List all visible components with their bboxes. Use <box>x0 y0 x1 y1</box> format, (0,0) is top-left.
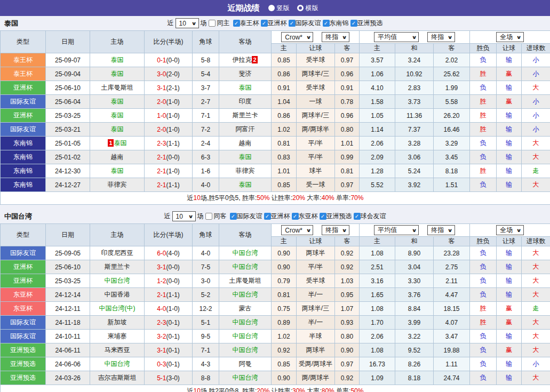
handicap-odds-cell: 0.97 <box>335 53 360 67</box>
layout-radio-horizontal[interactable]: 横版 <box>297 4 318 13</box>
match-date-cell: 25-03-25 <box>46 109 90 123</box>
final-odds-select-2[interactable]: 终指 ∨ <box>427 225 455 235</box>
europe-odds-cell: 3.28 <box>395 137 434 150</box>
league-label: 东亚杯 <box>299 212 318 221</box>
radio-selected-icon[interactable] <box>268 5 275 11</box>
league-filter[interactable]: ✓亚洲杯 <box>264 212 290 221</box>
league-filter[interactable]: ✓亚洲杯 <box>261 19 287 28</box>
average-odds-select[interactable]: 平均值 ∨ <box>374 225 419 235</box>
league-checkbox[interactable]: ✓ <box>323 20 330 27</box>
league-checkbox[interactable]: ✓ <box>292 213 299 220</box>
league-filter[interactable]: ✓东南锦 <box>323 19 349 28</box>
europe-odds-cell: 4.47 <box>434 288 470 302</box>
league-filter[interactable]: ✓国际友谊 <box>230 212 262 221</box>
europe-odds-cell: 25.62 <box>434 67 470 81</box>
away-team-cell: 中国台湾 <box>219 316 272 330</box>
corner-cell: 12-2 <box>193 302 219 316</box>
europe-odds-cell: 4.07 <box>434 316 470 330</box>
league-checkbox[interactable]: ✓ <box>230 213 237 220</box>
handicap-odds-cell: 0.96 <box>335 67 360 81</box>
league-filter[interactable]: ✓亚洲预选 <box>320 212 352 221</box>
europe-odds-cell: 1.05 <box>360 109 395 123</box>
europe-odds-cell: 11.36 <box>395 109 434 123</box>
match-type-cell: 国际友谊 <box>1 330 46 343</box>
handicap-odds-cell: 半球 <box>297 330 335 343</box>
league-checkbox[interactable]: ✓ <box>320 213 326 220</box>
home-team-cell: 1泰国 <box>90 137 145 150</box>
final-odds-select[interactable]: 终指 ∨ <box>322 225 349 235</box>
league-label: 东南锦 <box>330 19 349 28</box>
summary-stat-value: 20% <box>292 194 305 202</box>
corner-cell: 3-7 <box>193 81 219 95</box>
match-type-cell: 亚洲预选 <box>1 343 46 357</box>
team-section: 中国台湾 近 10 ∨ 场 同客 ✓国际友谊✓亚洲杯✓东亚杯✓亚洲预选✓球会友谊… <box>0 209 550 392</box>
bookmaker-select[interactable]: Crow* ∨ <box>281 225 313 235</box>
league-filter[interactable]: ✓国际友谊 <box>289 19 321 28</box>
summary-stat-value: 40% <box>322 194 334 202</box>
match-type-cell: 亚洲杯 <box>1 274 46 288</box>
score-cell: 5-1(3-0) <box>145 371 193 385</box>
league-filter[interactable]: ✓泰王杯 <box>233 19 259 28</box>
match-row: 国际友谊25-06-04泰国2-0(1-0)2-7印度1.04一球0.781.5… <box>1 95 550 109</box>
summary-stat-value: 20% <box>257 387 269 392</box>
score-cell: 2-0(1-0) <box>145 95 193 109</box>
radio-unselected-icon[interactable] <box>297 5 304 11</box>
final-odds-select-2[interactable]: 终指 ∨ <box>427 32 455 42</box>
away-team-cell: 泰国 <box>219 150 272 164</box>
handicap-odds-cell: 0.78 <box>335 95 360 109</box>
europe-odds-cell: 26.20 <box>434 109 470 123</box>
match-row: 东南锦25-01-051泰国2-3(1-1)2-4越南0.81平/半1.012.… <box>1 137 550 150</box>
handicap-odds-cell: 平/半 <box>297 137 335 150</box>
europe-odds-cell: 1.70 <box>360 316 395 330</box>
match-date-cell: 24-12-11 <box>46 302 90 316</box>
handicap-odds-cell: 0.92 <box>335 371 360 385</box>
away-team-cell: 中国台湾 <box>219 260 272 274</box>
handicap-odds-cell: 两球半/三 <box>297 109 335 123</box>
summary-stat-value: 30% <box>292 387 305 392</box>
same-venue-checkbox[interactable] <box>205 213 212 220</box>
match-row: 东南锦24-12-27菲律宾2-1(1-1)4-0泰国0.85受一球0.975.… <box>1 178 550 192</box>
europe-odds-cell: 3.99 <box>395 316 434 330</box>
league-filter[interactable]: ✓东亚杯 <box>292 212 318 221</box>
league-filter[interactable]: ✓亚洲预选 <box>350 19 383 28</box>
scope-select[interactable]: 全场 ∨ <box>496 32 523 42</box>
league-checkbox[interactable]: ✓ <box>233 20 240 27</box>
match-row: 亚洲杯25-06-10斯里兰卡3-1(0-0)7-5中国台湾0.90平/半0.9… <box>1 260 550 274</box>
column-header-corner: 角球 <box>193 224 219 246</box>
team-name: 中国台湾 <box>4 212 32 221</box>
summary-text: 大率: <box>305 387 322 392</box>
column-header-away: 客场 <box>219 224 272 246</box>
match-row: 东南锦25-01-02越南2-1(0-0)6-3泰国0.83平/半0.992.0… <box>1 150 550 164</box>
summary-stat-value: 50% <box>350 387 363 392</box>
result-cell: 输 <box>497 53 522 67</box>
result-cell: 赢 <box>497 302 522 316</box>
home-team-cell: 中国香港 <box>90 288 145 302</box>
bookmaker-select[interactable]: Crow* ∨ <box>281 32 313 42</box>
match-count-select[interactable]: 10 ∨ <box>176 18 199 28</box>
summary-text: 大率: <box>305 194 322 202</box>
games-label: 场 <box>197 212 204 221</box>
league-checkbox[interactable]: ✓ <box>354 213 361 220</box>
scope-select[interactable]: 全场 ∨ <box>496 225 523 235</box>
final-odds-select[interactable]: 终指 ∨ <box>322 32 349 42</box>
average-odds-select[interactable]: 平均值 ∨ <box>374 32 419 42</box>
match-count-select[interactable]: 10 ∨ <box>172 211 196 221</box>
match-date-cell: 24-12-14 <box>46 288 90 302</box>
chevron-down-icon: ∨ <box>412 228 417 233</box>
match-date-cell: 24-10-11 <box>46 330 90 343</box>
league-checkbox[interactable]: ✓ <box>264 213 271 220</box>
match-row: 东亚杯24-12-14中国香港2-1(1-1)5-2中国台湾0.81半/一0.9… <box>1 288 550 302</box>
match-type-cell: 亚洲杯 <box>1 81 46 95</box>
layout-radio-vertical[interactable]: 竖版 <box>268 4 290 13</box>
handicap-odds-cell: 0.81 <box>272 137 297 150</box>
league-checkbox[interactable]: ✓ <box>350 20 357 27</box>
league-checkbox[interactable]: ✓ <box>261 20 268 27</box>
league-filter[interactable]: ✓球会友谊 <box>354 212 386 221</box>
match-type-cell: 国际友谊 <box>1 95 46 109</box>
match-date-cell: 24-06-11 <box>46 343 90 357</box>
same-venue-checkbox[interactable] <box>209 20 216 27</box>
handicap-odds-cell: 0.86 <box>272 109 297 123</box>
corner-cell: 5-2 <box>193 288 219 302</box>
handicap-odds-cell: 0.92 <box>335 260 360 274</box>
league-checkbox[interactable]: ✓ <box>289 20 296 27</box>
